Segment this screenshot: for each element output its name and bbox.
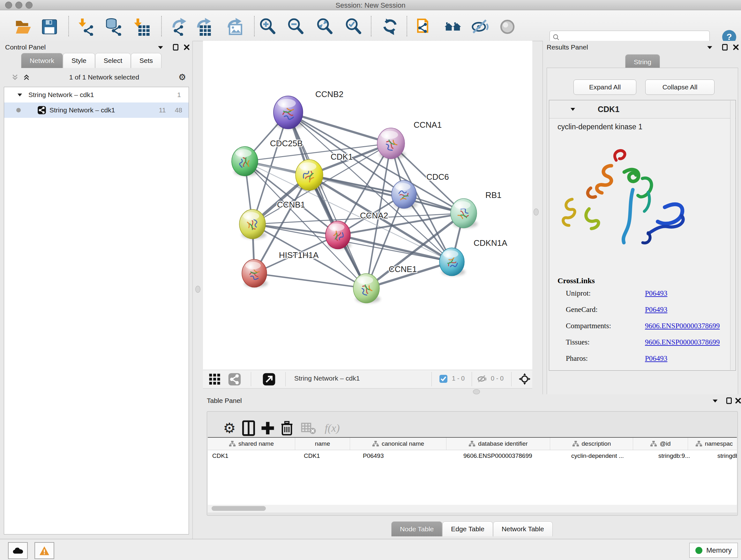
apply-preferred-layout-icon[interactable] <box>381 18 399 36</box>
hide-selected-icon[interactable] <box>471 18 489 36</box>
crosslink-label: Tissues: <box>566 338 590 346</box>
node-label-CCNE1: CCNE1 <box>389 264 417 274</box>
expand-all-button[interactable]: Expand All <box>574 79 636 95</box>
tab-string[interactable]: String <box>625 54 660 69</box>
crosslink-label: Uniprot: <box>566 289 591 297</box>
node-CDKN1A[interactable] <box>440 248 465 275</box>
table-cell: CDK1 <box>299 450 358 462</box>
crosslink-link[interactable]: 9606.ENSP00000378699 <box>645 338 720 347</box>
network-options-gear-icon[interactable]: ⚙ <box>179 74 185 81</box>
zoom-out-icon[interactable] <box>287 18 305 36</box>
search-input[interactable] <box>562 34 710 42</box>
tab-sets[interactable]: Sets <box>131 53 161 68</box>
collapse-all-networks-icon[interactable] <box>11 74 18 81</box>
selected-checkbox-icon[interactable] <box>439 374 448 383</box>
first-neighbors-icon[interactable] <box>444 18 462 36</box>
control-panel-float-icon[interactable] <box>172 44 179 51</box>
cloud-button[interactable] <box>8 542 28 559</box>
import-network-database-icon[interactable] <box>105 18 123 36</box>
table-cell: cyclin-dependent ... <box>567 450 654 462</box>
collapse-all-button[interactable]: Collapse All <box>645 79 715 95</box>
column-header-namespac[interactable]: namespac <box>688 438 737 450</box>
tab-network[interactable]: Network <box>21 53 63 68</box>
control-panel-menu-icon[interactable] <box>157 44 164 51</box>
left-splitter-handle[interactable] <box>195 286 200 293</box>
tab-node-table[interactable]: Node Table <box>391 521 442 537</box>
node-table[interactable]: shared namenamecanonical namedatabase id… <box>208 437 737 505</box>
node-CCNA2[interactable] <box>326 221 351 249</box>
node-label-CCNB1: CCNB1 <box>277 200 305 209</box>
tab-network-table[interactable]: Network Table <box>493 521 553 537</box>
node-HIST1H1A[interactable] <box>242 259 268 287</box>
table-settings-gear-icon[interactable]: ⚙ <box>221 420 238 436</box>
bottom-splitter-handle[interactable] <box>473 389 480 394</box>
crosslink-link[interactable]: P06493 <box>645 306 667 314</box>
column-header-name[interactable]: name <box>295 438 350 450</box>
import-network-file-icon[interactable] <box>77 18 95 36</box>
toolbar-separator <box>161 16 162 37</box>
create-column-icon[interactable] <box>259 420 276 436</box>
zoom-in-icon[interactable] <box>259 18 277 36</box>
memory-button[interactable]: Memory <box>689 543 738 558</box>
detach-view-icon[interactable] <box>262 373 276 386</box>
results-panel-menu-icon[interactable] <box>706 44 713 51</box>
network-node-count: 11 <box>159 106 166 114</box>
results-panel-close-icon[interactable] <box>732 44 739 51</box>
table-scrollbar-thumb[interactable] <box>212 506 266 511</box>
import-table-icon[interactable] <box>132 18 150 36</box>
table-horizontal-scrollbar[interactable] <box>208 505 737 512</box>
control-panel: Control Panel NetworkStyleSelectSets 1 o… <box>0 41 193 539</box>
network-row[interactable]: String Network – cdk1 11 48 <box>4 103 189 118</box>
zoom-fit-content-icon[interactable] <box>316 18 334 36</box>
results-scrollbar[interactable] <box>730 101 735 370</box>
export-network-icon[interactable] <box>172 18 189 36</box>
network-selection-bar: 1 of 1 Network selected ⚙ <box>0 69 192 85</box>
save-session-icon[interactable] <box>41 18 58 36</box>
expand-all-networks-icon[interactable] <box>23 74 30 81</box>
table-panel-menu-icon[interactable] <box>712 397 719 405</box>
table-panel-float-icon[interactable] <box>726 397 733 404</box>
table-row[interactable]: CDK1CDK1P064939606.ENSP00000378699cyclin… <box>208 450 737 462</box>
tab-edge-table[interactable]: Edge Table <box>442 521 493 537</box>
export-image-icon[interactable] <box>226 18 245 36</box>
protein-structure-image <box>552 135 729 263</box>
new-network-from-selection-icon[interactable] <box>415 18 433 36</box>
column-header--id[interactable]: @id <box>633 438 688 450</box>
control-panel-tabs: NetworkStyleSelectSets <box>21 53 161 68</box>
column-header-canonical-name[interactable]: canonical name <box>350 438 447 450</box>
crosslink-link[interactable]: P06493 <box>645 354 667 363</box>
export-table-icon[interactable] <box>196 18 214 36</box>
warning-button[interactable] <box>35 542 54 559</box>
node-RB1[interactable] <box>451 199 478 228</box>
tab-select[interactable]: Select <box>95 53 131 68</box>
node-CCNE1[interactable] <box>353 273 381 303</box>
section-collapse-icon[interactable] <box>569 106 576 112</box>
gene-section-header[interactable]: CDK1 <box>549 100 736 118</box>
right-splitter-handle[interactable] <box>534 208 539 215</box>
crosslink-link[interactable]: P06493 <box>645 289 667 298</box>
edge-CCNA2-CDKN1A[interactable] <box>338 235 452 262</box>
birdseye-navigator-icon[interactable] <box>518 373 531 385</box>
edge-CCNB2-CCNA1[interactable] <box>288 112 391 143</box>
column-header-description[interactable]: description <box>550 438 633 450</box>
grid-view-icon[interactable] <box>209 373 221 385</box>
network-collection-row[interactable]: String Network – cdk1 1 <box>4 87 189 103</box>
node-CCNB2[interactable] <box>273 96 304 129</box>
network-view-icon[interactable] <box>228 373 241 386</box>
zoom-selected-icon[interactable] <box>345 18 362 36</box>
control-panel-close-icon[interactable] <box>183 44 190 51</box>
show-columns-icon[interactable] <box>240 420 257 436</box>
network-canvas[interactable]: CCNB2CCNA1CDC25BCDK1CDC6RB1CCNB1CCNA2CDK… <box>203 41 532 370</box>
crosslink-link[interactable]: 9606.ENSP00000378699 <box>645 322 720 330</box>
tab-style[interactable]: Style <box>63 53 95 68</box>
open-session-icon[interactable] <box>14 18 32 36</box>
edge-CCNE1-HIST1H1A[interactable] <box>254 273 366 288</box>
node-CDK1[interactable] <box>295 160 324 190</box>
column-header-database-identifier[interactable]: database identifier <box>447 438 550 450</box>
results-panel-float-icon[interactable] <box>722 44 729 51</box>
collection-expand-icon[interactable] <box>17 92 23 98</box>
table-panel-close-icon[interactable] <box>735 397 741 404</box>
node-CCNA1[interactable] <box>377 128 406 159</box>
column-header-shared-name[interactable]: shared name <box>208 438 295 450</box>
delete-column-trash-icon[interactable] <box>279 420 295 436</box>
